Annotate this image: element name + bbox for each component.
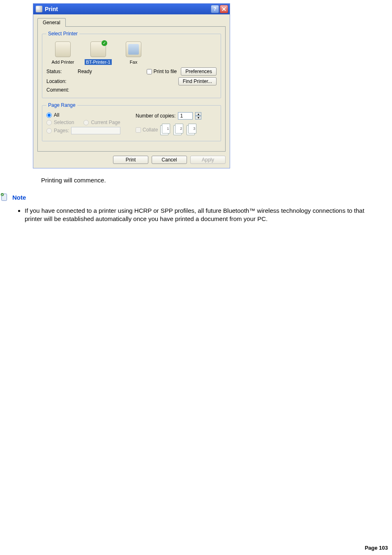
pages-input (71, 127, 120, 134)
radio-pages (46, 128, 52, 134)
fax-icon (126, 41, 141, 57)
note-heading: Note (12, 194, 26, 201)
print-button[interactable]: Print (113, 156, 148, 164)
page-range-legend: Page Range (46, 102, 77, 108)
apply-button: Apply (190, 156, 226, 164)
printer-label: Add Printer (50, 59, 75, 65)
close-button[interactable] (220, 5, 228, 13)
radio-all-label: All (54, 112, 59, 118)
collate-checkbox (136, 127, 141, 133)
note-icon (0, 193, 9, 202)
radio-selection-row: Selection (46, 120, 74, 125)
dialog-title: Print (45, 6, 210, 12)
radio-pages-row: Pages: (46, 127, 127, 134)
radio-current-page-label: Current Page (91, 120, 120, 125)
printer-item-fax[interactable]: Fax (119, 41, 148, 65)
select-printer-legend: Select Printer (46, 31, 79, 37)
cancel-button[interactable]: Cancel (152, 156, 187, 164)
comment-label: Comment: (46, 87, 75, 93)
collate-row: Collate (136, 127, 158, 133)
help-button[interactable]: ? (211, 5, 219, 13)
collate-label: Collate (143, 127, 158, 133)
printer-icon (90, 41, 106, 57)
printer-label: BT-Printer-1 (85, 59, 111, 65)
printer-label: Fax (129, 59, 138, 65)
spinner-up[interactable]: ▲ (195, 112, 201, 116)
add-printer-icon (55, 41, 71, 57)
radio-all[interactable] (46, 113, 52, 118)
status-value: Ready (78, 69, 144, 74)
radio-selection-label: Selection (54, 120, 74, 125)
tab-general[interactable]: General (37, 18, 66, 27)
print-dialog: Print ? General Select Printer Add Print… (33, 3, 230, 168)
printer-icon (36, 6, 42, 12)
select-printer-group: Select Printer Add Printer BT-Printer-1 … (42, 31, 221, 98)
collate-graphic: 11 22 33 (160, 124, 198, 136)
status-label: Status: (46, 69, 75, 74)
note-bullet: If you have connected to a printer using… (25, 207, 382, 223)
page-footer: Page 103 (365, 545, 388, 551)
printer-item-add[interactable]: Add Printer (48, 41, 78, 65)
location-label: Location: (46, 78, 75, 84)
copies-label: Number of copies: (136, 113, 175, 119)
printer-item-bt1[interactable]: BT-Printer-1 (83, 41, 113, 65)
spinner-down[interactable]: ▼ (195, 116, 201, 120)
tab-panel-general: Select Printer Add Printer BT-Printer-1 … (37, 26, 226, 152)
copies-spinner[interactable]: ▲ ▼ (195, 112, 201, 120)
preferences-button[interactable]: Preferences (181, 67, 217, 76)
find-printer-button[interactable]: Find Printer... (178, 77, 217, 85)
print-to-file-row[interactable]: Print to file (147, 69, 177, 74)
dialog-titlebar[interactable]: Print ? (33, 4, 230, 14)
radio-current-page (83, 120, 89, 125)
radio-selection (46, 120, 52, 125)
radio-all-row[interactable]: All (46, 112, 127, 118)
note-bullets: If you have connected to a printer using… (25, 207, 392, 223)
print-to-file-label: Print to file (154, 69, 177, 74)
radio-pages-label: Pages: (54, 128, 69, 134)
radio-current-page-row: Current Page (83, 120, 120, 125)
copies-input[interactable] (178, 112, 193, 120)
note-row: Note (0, 193, 392, 202)
body-text: Printing will commence. (41, 177, 392, 184)
page-range-group: Page Range All Selection (42, 102, 221, 141)
print-to-file-checkbox[interactable] (147, 69, 152, 74)
